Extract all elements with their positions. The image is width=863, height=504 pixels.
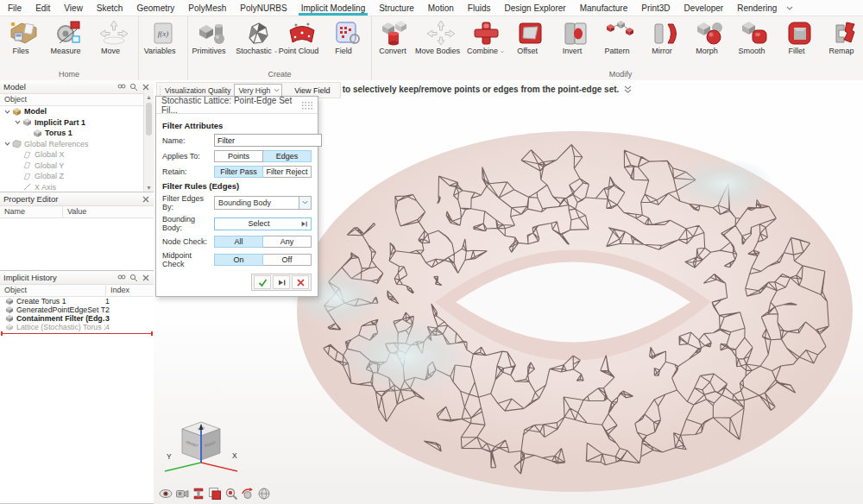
ribbon-button[interactable]: Primitives⌄ <box>190 18 235 55</box>
chevron-down-icon <box>299 196 312 210</box>
collapse-guide-icon[interactable] <box>624 85 632 94</box>
next-button[interactable] <box>273 275 290 289</box>
search-icon[interactable] <box>129 273 138 282</box>
close-dialog-button[interactable] <box>292 275 309 289</box>
ribbon-button[interactable]: f(x) Variables⌄ <box>141 18 186 55</box>
menu-item[interactable]: Sketch <box>96 0 124 16</box>
close-icon[interactable] <box>141 273 150 282</box>
ribbon-button[interactable]: Remap⌄ <box>822 18 863 55</box>
tree-item[interactable]: Torus 1 <box>0 128 154 139</box>
field-icon <box>331 19 362 47</box>
ribbon-button[interactable]: Move⌄ <box>91 18 136 55</box>
ribbon-button[interactable]: Stochastic⌄ <box>235 18 280 55</box>
property-editor-panel: Property Editor Name Value <box>0 192 154 271</box>
menu-item[interactable]: Geometry <box>135 0 175 16</box>
menu-item[interactable]: Rendering <box>736 0 778 16</box>
any-option[interactable]: Any <box>263 236 312 248</box>
mirror-icon <box>650 19 681 47</box>
menu-item[interactable]: Design Explorer <box>503 0 566 16</box>
filter-reject-option[interactable]: Filter Reject <box>263 166 312 178</box>
apply-button[interactable] <box>254 275 271 289</box>
global-plane-icon <box>22 150 32 160</box>
view-navigation-bar <box>158 486 271 501</box>
history-row[interactable]: Create Torus 1 1 <box>0 297 154 306</box>
view-cube[interactable]: TOP FRONT RIGHT Y X <box>160 417 243 484</box>
toolbar-grip[interactable] <box>159 85 162 96</box>
filter-pass-option[interactable]: Filter Pass <box>214 166 263 178</box>
tree-item[interactable]: Implicit Part 1 <box>0 117 154 129</box>
ribbon-button[interactable]: Invert⌄ <box>553 18 598 55</box>
menu-item[interactable]: Structure <box>378 0 415 16</box>
menu-item[interactable]: Manufacture <box>579 0 629 16</box>
close-icon[interactable] <box>141 194 150 204</box>
dialog-title: Stochastic Lattice: Point-Edge Set Fil..… <box>161 96 301 115</box>
zoom-icon[interactable] <box>224 486 238 501</box>
find-icon[interactable] <box>117 273 126 282</box>
close-icon[interactable] <box>141 82 150 91</box>
ribbon-button[interactable]: Offset⌄ <box>508 18 553 55</box>
filter-edges-by-dropdown[interactable]: Bounding Body <box>214 197 312 209</box>
bounding-body-select-button[interactable]: Select <box>214 217 312 230</box>
ribbon-button[interactable]: Field⌄ <box>324 18 369 55</box>
menu-item[interactable]: Fluids <box>467 0 492 16</box>
model-scrollbar[interactable]: ▲▼ <box>143 93 154 192</box>
tree-item[interactable]: Global X <box>0 149 154 161</box>
rotate-view-icon[interactable] <box>240 486 255 501</box>
menu-overflow-icon[interactable] <box>786 3 793 13</box>
perspective-icon[interactable] <box>256 486 271 501</box>
find-icon[interactable] <box>117 82 126 91</box>
ribbon-button[interactable]: Pattern⌄ <box>598 18 643 55</box>
ribbon-button[interactable]: Point Cloud⌄ <box>280 18 324 55</box>
section-cut-icon[interactable] <box>191 486 205 501</box>
global-plane-icon <box>22 161 32 170</box>
off-option[interactable]: Off <box>263 254 312 266</box>
ribbon-button[interactable]: Fillet⌄ <box>778 18 822 55</box>
specular-highlight <box>675 158 775 210</box>
expand-chevron-icon[interactable] <box>3 140 11 148</box>
menu-item[interactable]: Edit <box>35 0 51 16</box>
ribbon-button[interactable]: Move Bodies⌄ <box>419 18 463 55</box>
filter-name-input[interactable] <box>214 134 322 147</box>
tree-item[interactable]: Global Y <box>0 161 154 172</box>
tree-item[interactable]: Global References <box>0 139 154 150</box>
dialog-drag-handle[interactable] <box>301 101 312 110</box>
variables-icon: f(x) <box>148 19 179 47</box>
ribbon-button[interactable]: Morph⌄ <box>688 18 733 55</box>
snapshot-icon[interactable] <box>207 486 222 501</box>
menu-item[interactable]: PolyNURBS <box>239 0 287 16</box>
menu-item[interactable]: File <box>7 0 22 16</box>
ribbon-button[interactable]: Smooth⌄ <box>733 18 778 55</box>
menu-item[interactable]: Motion <box>427 0 455 16</box>
history-list: Create Torus 1 1 GeneratedPointEdgeSet T… <box>0 297 154 331</box>
history-row[interactable]: Lattice (Stochastic) Torus 1 4 <box>0 323 154 331</box>
tree-item[interactable]: Global Z <box>0 171 154 182</box>
move-icon <box>98 19 129 47</box>
history-row[interactable]: Containment Filter (Edg... 3 <box>0 314 154 323</box>
all-option[interactable]: All <box>214 236 263 248</box>
edges-option[interactable]: Edges <box>263 150 312 162</box>
menu-item[interactable]: PolyMesh <box>187 0 227 16</box>
point-cloud-icon <box>287 19 318 47</box>
expand-chevron-icon[interactable] <box>3 108 11 116</box>
on-option[interactable]: On <box>214 254 263 266</box>
search-icon[interactable] <box>129 82 138 91</box>
history-row[interactable]: GeneratedPointEdgeSet T... 2 <box>0 306 154 314</box>
ribbon-button[interactable]: Combine⌄ <box>463 18 508 55</box>
points-option[interactable]: Points <box>214 150 263 162</box>
ribbon-button[interactable]: Files⌄ <box>2 18 47 55</box>
history-marker[interactable] <box>1 333 153 334</box>
ribbon-button[interactable]: Convert⌄ <box>374 18 419 55</box>
tree-item[interactable]: Model <box>0 106 154 117</box>
ribbon-button[interactable]: Mirror⌄ <box>643 18 688 55</box>
camera-view-icon[interactable] <box>174 486 189 501</box>
view-field-button[interactable]: View Field <box>289 85 335 96</box>
expand-chevron-icon[interactable] <box>14 118 22 126</box>
menu-item[interactable]: Print3D <box>640 0 671 16</box>
ribbon-button[interactable]: Measure⌄ <box>47 18 91 55</box>
show-hide-icon[interactable] <box>158 486 173 501</box>
history-item-icon <box>5 297 14 306</box>
menu-item[interactable]: View <box>63 0 84 16</box>
menu-item[interactable]: Implicit Modeling <box>300 0 366 16</box>
menu-item[interactable]: Developer <box>683 0 725 16</box>
tree-item[interactable]: X Axis <box>0 182 154 193</box>
